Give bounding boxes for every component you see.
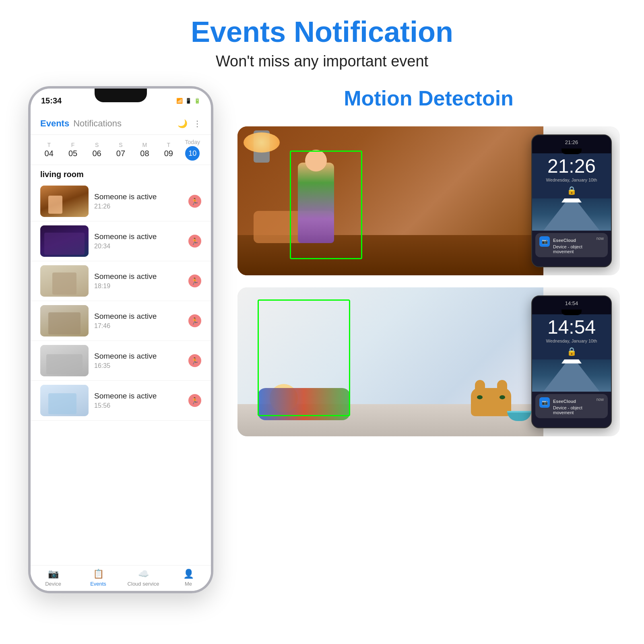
event-thumb-2 — [40, 265, 89, 297]
notif-now-2: now — [597, 397, 604, 402]
notif-time-small-1: 21:26 — [538, 139, 605, 145]
notif-app-name-2: EseeCloud — [553, 399, 576, 404]
event-title-2: Someone is active — [94, 272, 183, 281]
event-item-0[interactable]: Someone is active 21:26 🏃 — [31, 182, 211, 221]
event-info-1: Someone is active 20:34 — [94, 232, 183, 250]
motion-detection-title: Motion Detectoin — [237, 86, 620, 110]
signal-icon: 📱 — [185, 98, 192, 104]
notif-phone-top-1: 21:26 — [532, 135, 611, 149]
event-item-4[interactable]: Someone is active 16:35 🏃 — [31, 341, 211, 381]
events-list: Someone is active 21:26 🏃 Someon — [31, 182, 211, 565]
phone-time: 15:34 — [41, 96, 62, 105]
date-item-3[interactable]: S 07 — [109, 142, 132, 158]
phone-mockup: 15:34 📶 📱 🔋 Events Notifications — [28, 86, 213, 593]
detection-box-2 — [258, 299, 350, 416]
moon-icon[interactable]: 🌙 — [178, 119, 188, 128]
me-nav-label: Me — [185, 581, 192, 587]
bottom-nav-events[interactable]: 📋 Events — [76, 569, 121, 587]
events-nav-icon: 📋 — [93, 569, 104, 579]
date-item-5[interactable]: T 09 — [157, 142, 180, 158]
bottom-nav-device[interactable]: 📷 Device — [31, 569, 76, 587]
date-selector: T 04 F 05 S 06 S 07 — [31, 135, 211, 165]
date-item-today[interactable]: Today 10 — [181, 139, 204, 161]
me-nav-icon: 👤 — [183, 569, 194, 579]
event-title-5: Someone is active — [94, 392, 183, 400]
events-nav-label: Events — [90, 581, 106, 587]
phone-screen: Events Notifications 🌙 ⋮ T 04 — [31, 113, 211, 591]
activity-icon-1: 🏃 — [188, 235, 201, 248]
notif-card-2: 📷 EseeCloud now Device - object movement — [535, 394, 608, 418]
notif-message-2: Device - object movement — [553, 405, 604, 415]
page-container: Events Notification Won't miss any impor… — [0, 0, 644, 644]
event-time-2: 18:19 — [94, 283, 183, 290]
activity-icon-5: 🏃 — [188, 394, 201, 407]
event-info-3: Someone is active 17:46 — [94, 312, 183, 330]
notif-big-time-2: 14:54 — [535, 318, 609, 337]
event-thumb-4 — [40, 345, 89, 376]
notif-phone-1: 21:26 21:26 Wednesday, January 10th 🔒 — [531, 134, 612, 267]
detection-scene-1 — [237, 126, 543, 275]
phone-status-icons: 📶 📱 🔋 — [176, 98, 200, 104]
phone-notch — [95, 89, 147, 102]
page-title: Events Notification — [191, 16, 453, 48]
bottom-nav-me[interactable]: 👤 Me — [166, 569, 211, 587]
lock-icon-2: 🔒 — [535, 345, 609, 358]
lock-icon-1: 🔒 — [535, 184, 609, 197]
event-time-4: 16:35 — [94, 362, 183, 369]
notif-phone-top-2: 14:54 — [532, 296, 611, 310]
event-title-4: Someone is active — [94, 352, 183, 361]
main-content: 15:34 📶 📱 🔋 Events Notifications — [24, 86, 620, 628]
notif-message-1: Device - object movement — [553, 244, 604, 254]
event-title-0: Someone is active — [94, 192, 183, 201]
detection-scene-2 — [237, 287, 543, 436]
event-thumb-3 — [40, 305, 89, 336]
date-item-1[interactable]: F 05 — [61, 142, 85, 158]
event-info-2: Someone is active 18:19 — [94, 272, 183, 290]
event-item-5[interactable]: Someone is active 15:56 🏃 — [31, 381, 211, 421]
tab-events[interactable]: Events — [40, 117, 69, 130]
battery-icon: 🔋 — [194, 98, 200, 104]
activity-icon-0: 🏃 — [188, 195, 201, 208]
event-time-5: 15:56 — [94, 402, 183, 409]
activity-icon-3: 🏃 — [188, 314, 201, 327]
cloud-nav-icon: ☁️ — [138, 569, 149, 579]
event-title-1: Someone is active — [94, 232, 183, 241]
date-item-0[interactable]: T 04 — [37, 142, 61, 158]
notif-card-1: 📷 EseeCloud now Device - object movement — [535, 233, 608, 257]
device-nav-label: Device — [45, 581, 61, 587]
room-label: living room — [31, 165, 211, 182]
detection-card-1: 21:26 21:26 Wednesday, January 10th 🔒 — [237, 126, 620, 275]
notif-date-1: Wednesday, January 10th — [535, 176, 609, 184]
tab-notifications[interactable]: Notifications — [73, 117, 122, 130]
activity-icon-4: 🏃 — [188, 354, 201, 367]
notif-big-time-1: 21:26 — [535, 157, 609, 176]
notif-date-2: Wednesday, January 10th — [535, 337, 609, 345]
event-thumb-5 — [40, 385, 89, 416]
event-time-3: 17:46 — [94, 322, 183, 330]
detection-box-1 — [290, 151, 362, 259]
phone-bottom-nav: 📷 Device 📋 Events ☁️ Cloud service � — [31, 565, 211, 591]
notif-time-small-2: 14:54 — [538, 300, 605, 306]
notif-app-name-1: EseeCloud — [553, 238, 576, 243]
phone-wrapper: 15:34 📶 📱 🔋 Events Notifications — [24, 86, 217, 593]
notif-app-icon-2: 📷 — [539, 397, 550, 408]
notif-phone-2: 14:54 14:54 Wednesday, January 10th 🔒 — [531, 295, 612, 428]
event-title-3: Someone is active — [94, 312, 183, 321]
date-item-2[interactable]: S 06 — [85, 142, 109, 158]
more-icon[interactable]: ⋮ — [193, 119, 201, 128]
notif-now-1: now — [597, 236, 604, 241]
wifi-icon: 📶 — [176, 98, 183, 104]
event-item-2[interactable]: Someone is active 18:19 🏃 — [31, 261, 211, 301]
event-info-5: Someone is active 15:56 — [94, 392, 183, 409]
app-nav: Events Notifications 🌙 ⋮ — [31, 113, 211, 135]
event-item-3[interactable]: Someone is active 17:46 🏃 — [31, 301, 211, 341]
activity-icon-2: 🏃 — [188, 275, 201, 287]
event-time-0: 21:26 — [94, 203, 183, 210]
bottom-nav-cloud[interactable]: ☁️ Cloud service — [121, 569, 166, 587]
event-item-1[interactable]: Someone is active 20:34 🏃 — [31, 221, 211, 261]
header: Events Notification Won't miss any impor… — [191, 16, 453, 70]
event-info-4: Someone is active 16:35 — [94, 352, 183, 369]
date-item-4[interactable]: M 08 — [133, 142, 157, 158]
event-thumb-0 — [40, 186, 89, 217]
detection-card-2: 14:54 14:54 Wednesday, January 10th 🔒 — [237, 287, 620, 436]
